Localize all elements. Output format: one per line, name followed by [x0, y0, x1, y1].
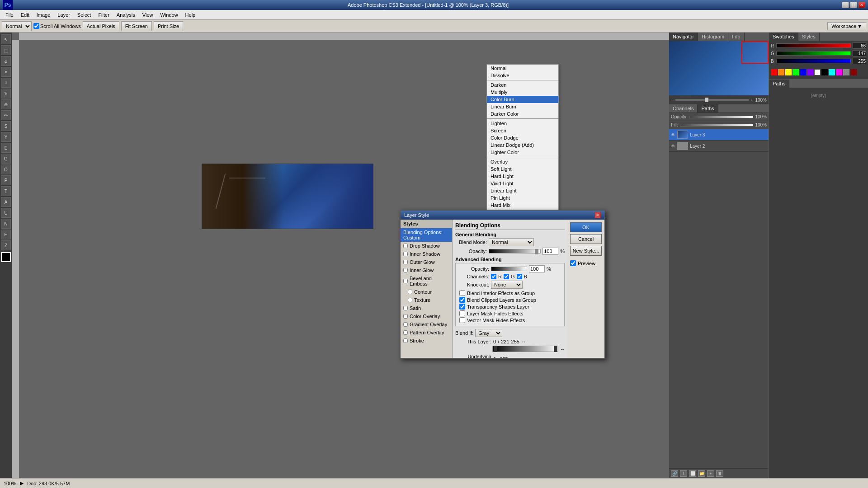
color-r-input[interactable] [853, 42, 866, 49]
gradient-overlay-checkbox[interactable] [403, 322, 408, 327]
restore-button[interactable]: □ [850, 2, 857, 8]
menu-window[interactable]: Window [156, 11, 181, 19]
tab-info[interactable]: Info [728, 33, 744, 41]
swatch-orange[interactable] [778, 69, 784, 75]
opacity-slider[interactable] [489, 249, 541, 253]
blend-interior-checkbox[interactable] [459, 290, 465, 296]
blend-hard-light[interactable]: Hard Light [487, 173, 558, 180]
eraser-tool[interactable]: E [1, 143, 11, 153]
color-g-slider[interactable] [776, 51, 851, 56]
foreground-background-colors[interactable] [1, 252, 11, 262]
navigator-viewport-box[interactable] [741, 41, 769, 64]
swatch-red[interactable] [771, 69, 777, 75]
blend-linear-burn[interactable]: Linear Burn [487, 103, 558, 110]
swatch-blue[interactable] [800, 69, 806, 75]
swatch-yellow[interactable] [785, 69, 792, 75]
this-layer-gradient-slider[interactable] [492, 346, 558, 352]
blend-multiply[interactable]: Multiply [487, 89, 558, 96]
swatch-gray[interactable] [843, 69, 849, 75]
color-g-input[interactable] [853, 50, 866, 56]
bevel-emboss-checkbox[interactable] [403, 279, 408, 283]
style-inner-shadow[interactable]: Inner Shadow [401, 250, 452, 258]
opacity-value-input[interactable] [542, 248, 558, 255]
layer2-visibility-icon[interactable]: 👁 [671, 144, 675, 149]
style-texture[interactable]: Texture [401, 296, 452, 304]
channel-r-checkbox[interactable] [491, 274, 496, 279]
blend-color-dodge[interactable]: Color Dodge [487, 134, 558, 141]
tab-styles[interactable]: Styles [798, 33, 820, 41]
close-button[interactable]: ✕ [858, 2, 865, 8]
tab-channels[interactable]: Channels [669, 104, 698, 113]
new-layer-button[interactable]: + [707, 470, 714, 477]
menu-help[interactable]: Help [182, 11, 199, 19]
style-color-overlay[interactable]: Color Overlay [401, 312, 452, 320]
style-contour[interactable]: Contour [401, 288, 452, 296]
outer-glow-checkbox[interactable] [403, 260, 408, 264]
tab-paths[interactable]: Paths [698, 104, 718, 113]
crop-tool[interactable]: ⌗ [1, 78, 11, 88]
style-stroke[interactable]: Stroke [401, 337, 452, 345]
window-controls[interactable]: _ □ ✕ [842, 2, 865, 8]
print-size-button[interactable]: Print Size [154, 21, 183, 31]
vector-mask-checkbox[interactable] [459, 317, 465, 323]
this-layer-left-thumb[interactable] [494, 346, 497, 352]
blend-if-select[interactable]: Gray Red Green Blue [475, 329, 502, 337]
inner-glow-checkbox[interactable] [403, 268, 408, 272]
layer-mask-checkbox[interactable] [459, 310, 465, 316]
blend-darken[interactable]: Darken [487, 81, 558, 89]
blend-screen[interactable]: Screen [487, 127, 558, 134]
minimize-button[interactable]: _ [842, 2, 849, 8]
layer-item-layer2[interactable]: 👁 Layer 2 [669, 141, 769, 152]
tab-paths-2[interactable]: Paths [769, 80, 789, 88]
lasso-tool[interactable]: ⌀ [1, 56, 11, 66]
blend-hard-mix[interactable]: Hard Mix [487, 202, 558, 209]
inner-shadow-checkbox[interactable] [403, 252, 408, 256]
blend-soft-light[interactable]: Soft Light [487, 165, 558, 173]
channel-b-checkbox[interactable] [517, 274, 522, 279]
stroke-checkbox[interactable] [403, 338, 408, 343]
this-layer-right-thumb[interactable] [554, 346, 557, 352]
tab-swatches[interactable]: Swatches [769, 33, 798, 41]
scroll-all-windows-checkbox[interactable] [33, 23, 39, 29]
brush-tool[interactable]: ✏ [1, 110, 11, 120]
menu-layer[interactable]: Layer [54, 11, 74, 19]
contour-checkbox[interactable] [408, 290, 412, 294]
swatch-cyan[interactable] [829, 69, 835, 75]
menu-view[interactable]: View [139, 11, 157, 19]
channel-g-checkbox[interactable] [504, 274, 509, 279]
transparency-shapes-checkbox[interactable] [459, 304, 465, 310]
color-b-slider[interactable] [776, 59, 851, 63]
notes-tool[interactable]: N [1, 219, 11, 229]
adv-opacity-slider[interactable] [491, 267, 527, 271]
layers-opacity-slider[interactable] [689, 116, 754, 118]
layer-link-button[interactable]: 🔗 [671, 470, 678, 477]
zoom-minus-icon[interactable]: − [671, 97, 674, 103]
menu-image[interactable]: Image [33, 11, 54, 19]
cancel-button[interactable]: Cancel [570, 234, 602, 244]
path-selection-tool[interactable]: A [1, 197, 11, 207]
style-gradient-overlay[interactable]: Gradient Overlay [401, 320, 452, 328]
ok-button[interactable]: OK [570, 222, 602, 232]
workspace-button[interactable]: Workspace ▼ [827, 22, 866, 30]
blend-linear-dodge[interactable]: Linear Dodge (Add) [487, 141, 558, 149]
tool-options-dropdown[interactable]: Normal [2, 21, 32, 31]
swatch-darkred[interactable] [850, 69, 857, 75]
layers-fill-slider[interactable] [680, 124, 754, 127]
blend-darker-color[interactable]: Darker Color [487, 110, 558, 117]
healing-brush-tool[interactable]: ⊕ [1, 99, 11, 109]
zoom-slider[interactable] [675, 99, 749, 101]
blend-lighter-color[interactable]: Lighter Color [487, 149, 558, 156]
new-group-button[interactable]: 📁 [698, 470, 705, 477]
hand-tool[interactable]: H [1, 230, 11, 239]
layer3-visibility-icon[interactable]: 👁 [671, 132, 675, 137]
layer-mask-button[interactable]: ⬜ [689, 470, 696, 477]
layer-item-layer3[interactable]: 👁 Layer 3 [669, 129, 769, 141]
menu-edit[interactable]: Edit [17, 11, 33, 19]
menu-file[interactable]: File [2, 11, 17, 19]
style-satin[interactable]: Satin [401, 304, 452, 312]
dodge-tool[interactable]: O [1, 164, 11, 174]
shape-tool[interactable]: U [1, 208, 11, 218]
tab-navigator[interactable]: Navigator [669, 33, 698, 41]
drop-shadow-checkbox[interactable] [403, 244, 408, 248]
delete-layer-button[interactable]: 🗑 [716, 470, 723, 477]
